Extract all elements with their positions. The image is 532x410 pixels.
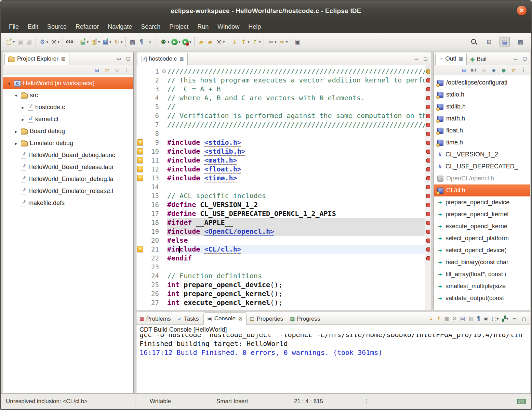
tree-item[interactable]: ▾CHelloWorld (in workspace) — [3, 77, 133, 89]
binary-view-button[interactable]: 010 — [65, 36, 74, 47]
code-line[interactable]: 15// ACL specific includes — [136, 191, 425, 200]
code-line[interactable]: 2// This host program executes a vector … — [136, 76, 425, 85]
warning-marker-icon[interactable]: ? — [137, 148, 143, 154]
code-editor[interactable]: 1⊖//////////////////////////////////////… — [136, 65, 431, 310]
menu-item-window[interactable]: Window — [213, 21, 244, 33]
outline-item[interactable]: +execute_opencl_kerne — [434, 220, 530, 232]
overview-marker[interactable] — [426, 256, 430, 260]
annotation-ruler-cell[interactable]: ? — [136, 156, 144, 165]
close-tab-icon[interactable]: ⊠ — [61, 56, 66, 62]
overview-marker[interactable] — [426, 230, 430, 234]
tab-tasks[interactable]: ✓Tasks — [174, 313, 202, 324]
overview-marker[interactable] — [426, 96, 430, 100]
outline-item[interactable]: #CL_VERSION_1_2 — [434, 149, 530, 161]
pin-console-button[interactable]: ▣ — [483, 316, 488, 322]
collapse-all-button[interactable]: ⊟ — [94, 67, 100, 73]
code-line[interactable]: 5// — [136, 102, 425, 111]
warning-marker-icon[interactable]: ? — [137, 246, 143, 252]
mark-occurrences-button[interactable]: ⌖ — [146, 36, 155, 47]
last-edit-location-button[interactable]: ↓ — [230, 36, 239, 47]
tab-hostcode-c[interactable]: c hostcode.c ⊠ — [138, 53, 188, 65]
tab-problems[interactable]: ⊠Problems — [136, 313, 174, 324]
overview-marker[interactable] — [426, 221, 430, 225]
code-line[interactable]: 8 — [136, 129, 425, 138]
code-line[interactable]: 18#ifdef __APPLE__ — [136, 218, 425, 227]
tab-progress[interactable]: ▦Progress — [287, 313, 323, 324]
code-line[interactable]: 27int execute_opencl_kernel(); — [136, 298, 425, 307]
external-tools-button[interactable]: ⚒▾ — [214, 36, 226, 47]
tree-expand-arrow-icon[interactable]: ▸ — [20, 117, 26, 122]
open-console-button[interactable]: ▞▾ — [502, 316, 508, 322]
maximize-button[interactable]: ▢ — [423, 55, 429, 61]
code-line[interactable]: 25int prepare_opencl_device(); — [136, 280, 425, 289]
code-line[interactable]: ?10#include <stdlib.h> — [136, 147, 425, 156]
view-menu-button[interactable]: ⋮ — [520, 67, 527, 73]
code-line[interactable]: 1⊖//////////////////////////////////////… — [136, 67, 425, 76]
code-line[interactable]: 24// Function definitions — [136, 271, 425, 280]
overview-marker[interactable] — [426, 114, 430, 118]
console-output[interactable]: gcc -o hostcode hostcode_object -lOpenCL… — [136, 334, 530, 393]
c-cpp-perspective-button[interactable]: ▤ — [500, 37, 510, 47]
outline-item[interactable]: +prepare_opencl_device — [434, 196, 530, 208]
code-line[interactable]: ?12#include <float.h> — [136, 165, 425, 174]
close-tab-icon[interactable]: ⊠ — [459, 56, 463, 62]
overview-marker[interactable] — [426, 247, 430, 252]
overview-marker[interactable] — [426, 185, 430, 189]
code-area[interactable]: 1⊖//////////////////////////////////////… — [136, 65, 425, 310]
overview-marker[interactable] — [426, 132, 430, 136]
open-resource-button[interactable]: ▰ — [205, 36, 214, 47]
outline-item[interactable]: htime.h — [434, 137, 530, 149]
outline-item[interactable]: +fill_array(float*, const i — [434, 268, 530, 280]
pin-editor-button[interactable]: ▣ — [293, 36, 302, 47]
overview-marker[interactable] — [426, 69, 430, 74]
tree-item[interactable]: ≡HelloWorld_Emulator_debug.la — [3, 173, 133, 185]
tree-item[interactable]: ≡HelloWorld_Board_release.laur — [3, 161, 133, 173]
filter-button[interactable]: ▽ — [114, 67, 120, 73]
scroll-to-bottom-button[interactable]: ↓ — [429, 316, 433, 322]
refresh-index-button[interactable]: ↻▾ — [112, 36, 123, 47]
titlebar[interactable]: eclipse-workspace - HelloWorld/src/hostc… — [1, 1, 531, 21]
outline-item[interactable]: +select_opencl_platform — [434, 232, 530, 244]
debug-button[interactable]: ⚉▾ — [159, 36, 170, 47]
tree-expand-arrow-icon[interactable]: ▸ — [13, 141, 19, 146]
code-line[interactable]: 26int prepare_opencl_kernel(); — [136, 289, 425, 298]
run-button[interactable]: ▶▾ — [170, 36, 181, 47]
outline-list[interactable]: h/opt/eclipse/configuratihstdio.hhstdlib… — [434, 75, 530, 310]
scroll-to-top-button[interactable]: ↑ — [437, 316, 441, 322]
code-line[interactable]: 23 — [136, 262, 425, 271]
back-button[interactable]: ⇦▾ — [266, 36, 277, 47]
save-button[interactable]: ▣ — [16, 36, 25, 47]
tab-project-explorer[interactable]: Project Explorer ⊠ — [4, 53, 69, 65]
tree-item[interactable]: ▸clkernel.cl — [3, 113, 133, 125]
remove-launch-button[interactable]: ✕ — [453, 316, 457, 322]
overview-marker[interactable] — [426, 194, 430, 198]
minimize-button[interactable]: ▭ — [413, 55, 420, 61]
menu-item-file[interactable]: File — [4, 21, 23, 33]
outline-item[interactable]: hmath.h — [434, 113, 530, 125]
annotation-ruler-cell[interactable]: ? — [136, 245, 144, 254]
tab-console[interactable]: ▣Console⊠ — [203, 312, 246, 325]
build-button[interactable]: ⚒▾ — [49, 36, 61, 47]
warning-marker-icon[interactable]: ? — [137, 157, 143, 163]
overview-marker[interactable] — [426, 176, 430, 180]
outline-item[interactable]: +smallest_multiple(size — [434, 280, 530, 292]
menu-item-search[interactable]: Search — [136, 21, 165, 33]
close-button[interactable]: ✕ — [517, 6, 527, 15]
hide-static-button[interactable]: ◆ — [491, 67, 497, 73]
next-annotation-button[interactable]: ↑▾ — [250, 36, 262, 47]
hide-non-public-button[interactable]: ● — [501, 67, 507, 73]
minimize-button[interactable]: ▭ — [513, 55, 519, 61]
menu-item-run[interactable]: Run — [193, 21, 213, 33]
tab-properties[interactable]: ▤Properties — [247, 313, 287, 324]
code-line[interactable]: 7///////////////////////////////////////… — [136, 120, 425, 129]
new-c-project-button[interactable]: ▦+▾ — [101, 36, 112, 47]
fold-minus-icon[interactable]: ⊖ — [160, 67, 167, 76]
tab-outl[interactable]: ≡Outl⊠ — [435, 53, 467, 65]
outline-item[interactable]: +validate_output(const — [434, 292, 530, 304]
overview-marker[interactable] — [426, 203, 430, 207]
overview-marker[interactable] — [426, 87, 430, 91]
tab-buil[interactable]: ◉Buil — [467, 54, 490, 65]
code-line[interactable]: 16#define CL_VERSION_1_2 — [136, 200, 425, 209]
tree-item[interactable]: ▸chostcode.c — [3, 101, 133, 113]
tree-item[interactable]: ≡makefile.defs — [3, 197, 133, 209]
